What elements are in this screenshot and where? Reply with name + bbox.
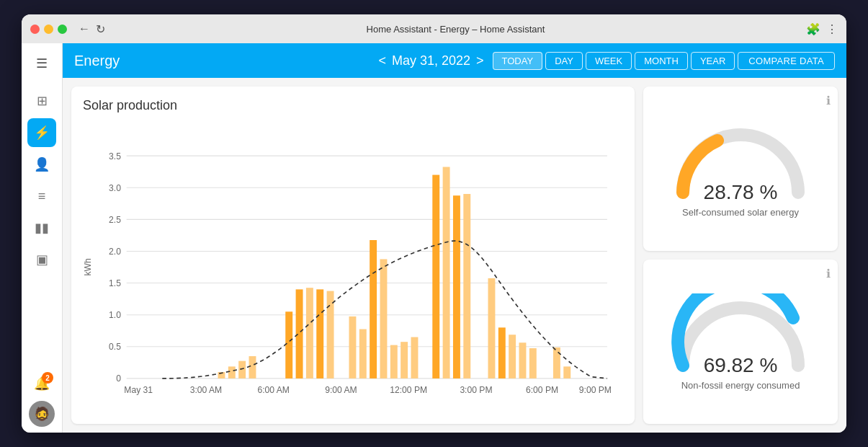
- solar-gauge-card: ℹ 28.78 % Self-consumed solar energy: [643, 87, 838, 251]
- x-label-9pm: 9:00 PM: [579, 385, 612, 395]
- bar-3: [238, 361, 246, 379]
- x-label-3am: 3:00 AM: [190, 385, 223, 395]
- browser-title: Home Assistant - Energy – Home Assistant: [111, 24, 800, 35]
- avatar-image: 🧔: [34, 406, 50, 422]
- bar-24: [519, 342, 527, 379]
- stats-icon: ▮▮: [35, 220, 49, 236]
- chart-title: Solar production: [83, 98, 623, 113]
- bar-10: [349, 317, 356, 379]
- date-navigation: < May 31, 2022 >: [378, 53, 483, 68]
- sidebar-item-list[interactable]: ≡: [27, 182, 56, 211]
- bar-6: [296, 289, 303, 379]
- bar-13: [380, 259, 388, 378]
- y-tick-35: 3.5: [109, 151, 121, 161]
- fossil-gauge-value: 69.82 %: [681, 354, 800, 377]
- sidebar-item-dashboard[interactable]: ⊞: [27, 87, 56, 115]
- fossil-gauge-card: ℹ 69.82 % Non-fossil energy consumed: [643, 260, 838, 424]
- chart-card: Solar production kWh: [71, 87, 635, 424]
- browser-menu-button[interactable]: ⋮: [826, 22, 838, 36]
- list-icon: ≡: [38, 189, 46, 204]
- period-week-button[interactable]: WEEK: [586, 52, 632, 70]
- user-avatar[interactable]: 🧔: [29, 401, 55, 427]
- x-label-may31: May 31: [124, 385, 153, 395]
- period-month-button[interactable]: MONTH: [635, 52, 688, 70]
- next-date-button[interactable]: >: [476, 53, 484, 68]
- bar-25: [529, 348, 537, 379]
- bar-9: [327, 291, 334, 379]
- bar-18: [443, 167, 450, 379]
- x-label-6am: 6:00 AM: [257, 385, 290, 395]
- sidebar-item-profile[interactable]: 👤: [27, 150, 56, 179]
- solar-gauge-value: 28.78 %: [682, 181, 799, 204]
- bar-2: [228, 366, 236, 379]
- period-today-button[interactable]: TODAY: [493, 52, 543, 70]
- x-label-12pm: 12:00 PM: [390, 385, 427, 395]
- browser-window: ← ↻ Home Assistant - Energy – Home Assis…: [22, 14, 846, 433]
- y-tick-1: 1.0: [109, 310, 121, 320]
- fossil-info-button[interactable]: ℹ: [826, 267, 831, 280]
- bar-20: [463, 194, 470, 379]
- close-button[interactable]: [30, 25, 40, 34]
- period-year-button[interactable]: YEAR: [691, 52, 735, 70]
- y-tick-15: 1.5: [109, 278, 121, 288]
- sidebar-item-calendar[interactable]: ▣: [27, 245, 56, 274]
- top-bar: Energy < May 31, 2022 > TODAY DAY WEEK M…: [63, 43, 846, 78]
- y-tick-05: 0.5: [109, 342, 121, 352]
- sidebar-item-stats[interactable]: ▮▮: [27, 213, 56, 242]
- prev-date-button[interactable]: <: [378, 53, 386, 68]
- current-date: May 31, 2022: [392, 53, 470, 68]
- extensions-button[interactable]: 🧩: [806, 22, 820, 36]
- app-container: ☰ ⊞ ⚡ 👤 ≡ ▮▮ ▣ 🔔 2: [22, 43, 846, 433]
- bar-22: [498, 327, 506, 379]
- sidebar-menu-button[interactable]: ☰: [27, 49, 56, 78]
- browser-nav: ← ↻: [79, 22, 105, 36]
- period-day-button[interactable]: DAY: [545, 52, 583, 70]
- y-axis-label: kWh: [83, 258, 93, 275]
- bar-16: [411, 337, 419, 379]
- calendar-icon: ▣: [36, 252, 48, 267]
- bar-11: [359, 329, 367, 379]
- sidebar-item-energy[interactable]: ⚡: [27, 118, 56, 147]
- bar-21: [488, 278, 496, 379]
- right-panel: ℹ 28.78 % Self-consumed solar energy: [643, 87, 838, 424]
- notification-badge: 2: [42, 372, 53, 384]
- compare-data-button[interactable]: COMPARE DATA: [738, 52, 835, 70]
- sidebar: ☰ ⊞ ⚡ 👤 ≡ ▮▮ ▣ 🔔 2: [22, 43, 63, 433]
- period-controls: TODAY DAY WEEK MONTH YEAR COMPARE DATA: [493, 52, 835, 70]
- energy-icon: ⚡: [34, 125, 50, 141]
- bar-7: [306, 288, 313, 379]
- bar-8: [316, 289, 323, 379]
- back-button[interactable]: ←: [79, 22, 90, 36]
- bar-19: [453, 195, 460, 379]
- bar-4: [249, 356, 256, 379]
- bar-5: [285, 311, 292, 379]
- dashboard-icon: ⊞: [37, 93, 48, 109]
- y-tick-3: 3.0: [109, 183, 121, 193]
- maximize-button[interactable]: [58, 25, 67, 34]
- browser-chrome: ← ↻ Home Assistant - Energy – Home Assis…: [22, 14, 846, 43]
- browser-actions: 🧩 ⋮: [806, 22, 838, 36]
- bar-26: [553, 348, 560, 379]
- y-tick-2: 2.0: [109, 247, 121, 257]
- content-area: Solar production kWh: [63, 78, 846, 433]
- x-label-6pm: 6:00 PM: [526, 385, 558, 395]
- main-content: Energy < May 31, 2022 > TODAY DAY WEEK M…: [63, 43, 846, 433]
- bar-14: [390, 345, 398, 379]
- bar-15: [401, 342, 408, 379]
- profile-icon: 👤: [34, 156, 50, 172]
- traffic-lights: [30, 25, 67, 34]
- sidebar-item-notifications[interactable]: 🔔 2: [27, 369, 56, 398]
- x-label-9am: 9:00 AM: [325, 385, 357, 395]
- y-tick-0: 0: [116, 373, 121, 384]
- minimize-button[interactable]: [44, 25, 53, 34]
- bar-17: [432, 175, 439, 379]
- y-tick-25: 2.5: [109, 215, 121, 225]
- bar-12: [370, 240, 377, 379]
- solar-info-button[interactable]: ℹ: [826, 94, 831, 107]
- x-label-3pm: 3:00 PM: [460, 385, 492, 395]
- refresh-button[interactable]: ↻: [96, 22, 105, 36]
- hamburger-icon: ☰: [36, 56, 48, 71]
- fossil-gauge-label: Non-fossil energy consumed: [681, 380, 800, 391]
- bar-23: [509, 335, 516, 379]
- solar-production-chart: kWh 0 0.5: [83, 122, 623, 412]
